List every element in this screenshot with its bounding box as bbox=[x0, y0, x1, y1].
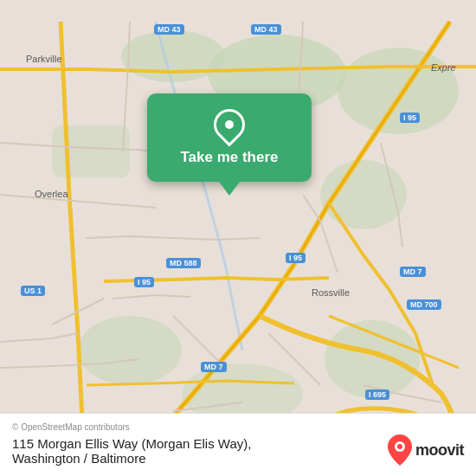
moovit-logo: moovit bbox=[388, 434, 464, 466]
moovit-pin-icon bbox=[388, 434, 412, 466]
highway-label-md7-2: MD 7 bbox=[201, 362, 227, 372]
popup[interactable]: Take me there bbox=[147, 93, 312, 196]
highway-label-md43-2: MD 43 bbox=[251, 24, 281, 35]
highway-label-i695: I 695 bbox=[365, 389, 389, 400]
svg-rect-5 bbox=[52, 125, 130, 177]
map-label-expre: Expre bbox=[431, 62, 456, 73]
highway-label-md588: MD 588 bbox=[166, 258, 201, 268]
map-background bbox=[0, 0, 476, 476]
map-label-rossville: Rossville bbox=[312, 287, 350, 298]
location-pin-icon bbox=[208, 103, 252, 147]
svg-point-2 bbox=[121, 30, 225, 82]
popup-bubble[interactable]: Take me there bbox=[147, 93, 312, 182]
svg-point-6 bbox=[78, 316, 182, 385]
location-pin-dot bbox=[225, 120, 234, 129]
take-me-there-button[interactable]: Take me there bbox=[180, 149, 278, 166]
bottom-bar-footer: 115 Morgan Ellis Way (Morgan Elis Way), … bbox=[12, 434, 464, 466]
popup-tail bbox=[219, 182, 240, 196]
address-line1: 115 Morgan Ellis Way (Morgan Elis Way), bbox=[12, 436, 251, 451]
copyright: © OpenStreetMap contributors bbox=[12, 422, 464, 432]
highway-label-md7: MD 7 bbox=[400, 267, 426, 277]
svg-point-10 bbox=[397, 444, 402, 449]
highway-label-us1: US 1 bbox=[21, 286, 45, 296]
moovit-text: moovit bbox=[415, 441, 464, 460]
highway-label-i95-3: I 95 bbox=[286, 253, 306, 263]
address-block: 115 Morgan Ellis Way (Morgan Elis Way), … bbox=[12, 436, 251, 466]
address-line2: Washington / Baltimore bbox=[12, 451, 251, 466]
bottom-bar: © OpenStreetMap contributors 115 Morgan … bbox=[0, 413, 476, 476]
highway-label-i95-2: I 95 bbox=[134, 277, 154, 287]
map-container: Parkville Overlea Rossville Expre MD 43 … bbox=[0, 0, 476, 476]
svg-point-3 bbox=[338, 48, 459, 134]
map-label-overlea: Overlea bbox=[35, 189, 68, 199]
highway-label-md43-1: MD 43 bbox=[154, 24, 184, 35]
highway-label-i95-1: I 95 bbox=[400, 113, 420, 123]
map-label-parkville: Parkville bbox=[26, 54, 62, 64]
highway-label-md700: MD 700 bbox=[407, 299, 441, 310]
